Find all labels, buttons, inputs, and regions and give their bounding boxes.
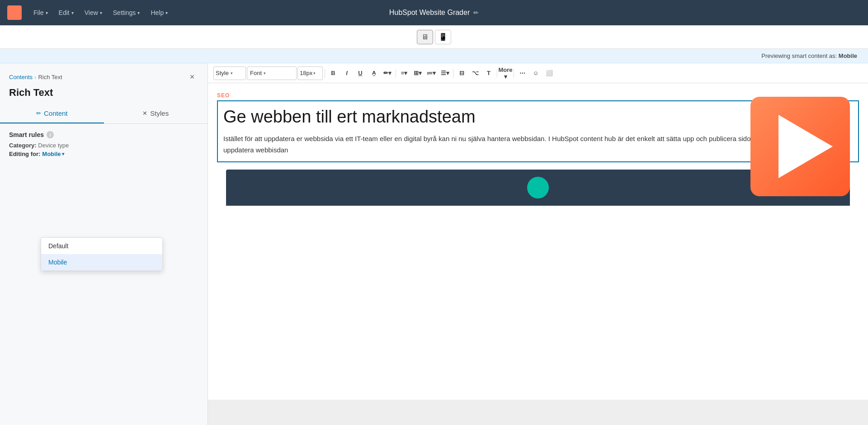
mobile-view-button[interactable]: 📱 [435,30,451,44]
sidebar: Contents › Rich Text × Rich Text ✏ Conte… [0,63,208,425]
edit-title-icon[interactable]: ✏ [473,9,479,16]
top-nav: File ▾ Edit ▾ View ▾ Settings ▾ Help ▾ H… [0,0,868,25]
nav-settings[interactable]: Settings ▾ [108,6,145,19]
tab-styles[interactable]: ✕ Styles [104,104,208,123]
separator-2 [396,69,396,78]
panel-title: Rich Text [0,83,208,104]
separator-3 [453,69,453,78]
link-button[interactable]: ⋯ [516,67,528,80]
content-area: Style ▾ Font ▾ 18px ▾ B I U A̲ ✏▾ ≡▾ ⊞▾ … [208,63,868,425]
dropdown-item-default[interactable]: Default [41,238,162,254]
device-dropdown: Default Mobile [41,237,163,271]
emoji-button[interactable]: ☺ [529,67,542,80]
table-button[interactable]: ⊟ [455,67,468,80]
separator-1 [325,69,325,78]
main-layout: Contents › Rich Text × Rich Text ✏ Conte… [0,63,868,425]
panel-content: Smart rules i Category: Device type Edit… [0,131,208,157]
image-button[interactable]: ⬜ [543,67,556,80]
text-color-button[interactable]: A̲ [368,67,380,80]
size-chevron-icon: ▾ [313,71,316,76]
editing-value-dropdown[interactable]: Mobile ▾ [42,151,64,157]
code-button[interactable]: ⌥ [469,67,481,80]
close-button[interactable]: × [186,71,198,83]
dropdown-item-mobile[interactable]: Mobile [41,254,162,270]
play-triangle-icon [778,115,833,178]
nav-logo [7,5,22,20]
editing-chevron-icon: ▾ [62,151,64,156]
size-select[interactable]: 18px ▾ [297,66,323,80]
style-select[interactable]: Style ▾ [213,66,246,80]
font-select[interactable]: Font ▾ [247,66,297,80]
style-chevron-icon: ▾ [231,71,233,76]
breadcrumb-current: Rich Text [38,74,62,80]
separator-5 [514,69,514,78]
content-columns: SEO Ge webben till ert marknadsteam Istä… [217,92,859,170]
play-background [750,97,850,196]
highlight-button[interactable]: ✏▾ [381,67,394,80]
underline-button[interactable]: U [354,67,367,80]
editor-toolbar: Style ▾ Font ▾ 18px ▾ B I U A̲ ✏▾ ≡▾ ⊞▾ … [208,63,868,83]
device-toolbar: 🖥 📱 [0,25,868,49]
play-button-area[interactable] [750,97,850,196]
page-title: HubSpot Website Grader ✏ [389,9,479,17]
preview-bar: Previewing smart content as: Mobile [0,49,868,63]
list-unordered-button[interactable]: ≔▾ [425,67,438,80]
desktop-view-button[interactable]: 🖥 [417,30,433,44]
nav-file[interactable]: File ▾ [29,6,52,19]
tabs: ✏ Content ✕ Styles [0,104,208,124]
sidebar-header: Contents › Rich Text × [0,63,208,83]
category-row: Category: Device type [9,142,198,149]
font-chevron-icon: ▾ [264,71,266,76]
breadcrumb-separator: › [34,74,36,80]
x-icon: ✕ [142,110,147,117]
smart-rules-row: Smart rules i [9,131,198,138]
separator-4 [497,69,497,78]
bold-button[interactable]: B [327,67,340,80]
format-button[interactable]: T [482,67,495,80]
breadcrumb: Contents › Rich Text [9,74,62,80]
tab-content[interactable]: ✏ Content [0,104,104,123]
nav-edit[interactable]: Edit ▾ [54,6,78,19]
list-ordered-button[interactable]: ☰▾ [439,67,451,80]
align-button[interactable]: ≡▾ [398,67,410,80]
nav-help[interactable]: Help ▾ [146,6,172,19]
italic-button[interactable]: I [340,67,353,80]
seo-section: SEO Ge webben till ert marknadsteam Istä… [208,83,868,215]
breadcrumb-link[interactable]: Contents [9,74,33,80]
pencil-icon: ✏ [36,110,41,117]
more-button[interactable]: More ▾ [499,67,512,80]
indent-button[interactable]: ⊞▾ [411,67,424,80]
editing-row: Editing for: Mobile ▾ [9,151,198,157]
info-icon[interactable]: i [47,131,54,138]
canvas: SEO Ge webben till ert marknadsteam Istä… [208,83,868,400]
teal-circle [527,177,549,198]
nav-view[interactable]: View ▾ [80,6,107,19]
